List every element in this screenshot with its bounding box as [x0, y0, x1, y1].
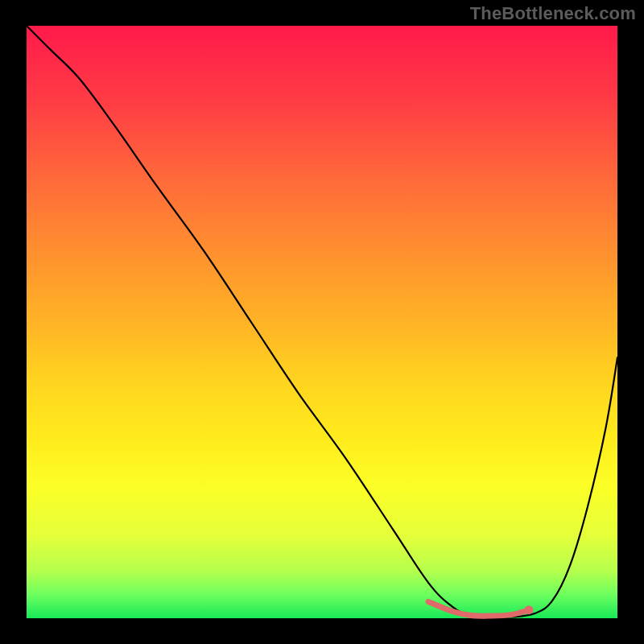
- curve-svg: [27, 26, 617, 618]
- plot-area: [27, 26, 617, 618]
- chart-frame: TheBottleneck.com: [0, 0, 644, 644]
- optimal-range-curve: [428, 601, 529, 616]
- bottleneck-curve: [27, 26, 617, 617]
- attribution-text: TheBottleneck.com: [470, 3, 636, 24]
- optimal-range-end-dot: [524, 605, 533, 614]
